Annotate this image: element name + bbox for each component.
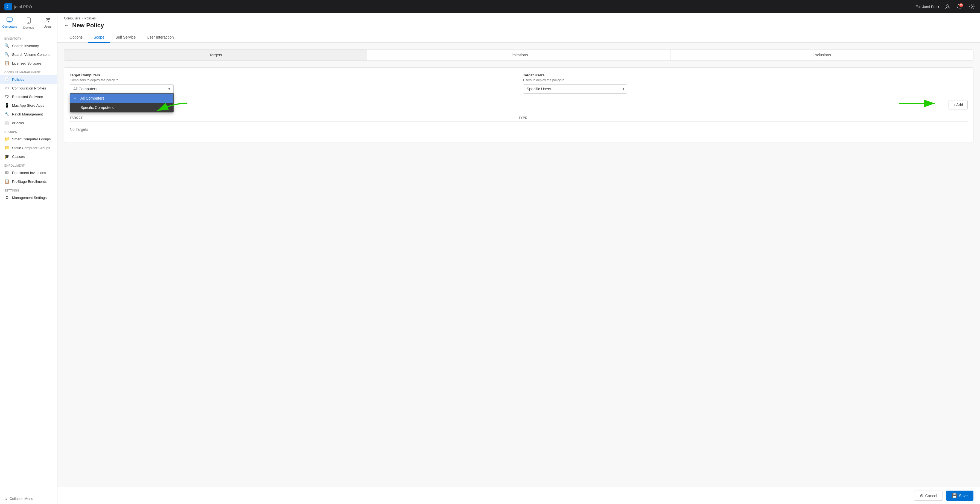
main-layout: Computers Devices: [0, 13, 980, 504]
sidebar-item-restricted-software[interactable]: 🛡 Restricted Software: [0, 93, 57, 101]
sidebar-item-search-volume[interactable]: 🔍 Search Volume Content: [0, 50, 57, 59]
sidebar-nav-devices-label: Devices: [23, 26, 34, 29]
targets-table-header: TARGET TYPE: [70, 114, 968, 122]
sidebar-item-classes[interactable]: 🎓 Classes: [0, 152, 57, 161]
breadcrumb: Computers › Policies: [64, 16, 974, 20]
sidebar: Computers Devices: [0, 13, 57, 504]
target-computers-column: Target Computers Computers to deploy the…: [70, 73, 514, 94]
type-column-header: TYPE: [519, 116, 968, 119]
dropdown-option-all-computers[interactable]: ✓ All Computers: [70, 94, 173, 103]
sidebar-nav-computers-label: Computers: [2, 25, 17, 28]
logo: J jamf PRO: [5, 3, 32, 10]
sidebar-nav-users-label: Users: [44, 25, 52, 28]
sub-tab-exclusions[interactable]: Exclusions: [670, 49, 973, 61]
tab-self-service[interactable]: Self Service: [110, 32, 142, 43]
user-profile-icon[interactable]: [944, 3, 951, 10]
sidebar-item-search-inventory[interactable]: 🔍 Search Inventory: [0, 41, 57, 50]
target-computers-label: Target Computers: [70, 73, 514, 77]
policies-icon: 📄: [5, 77, 9, 82]
enrollment-invitations-icon: ✉: [5, 170, 9, 175]
tab-scope[interactable]: Scope: [88, 32, 110, 43]
save-icon: 💾: [952, 493, 957, 498]
static-groups-icon: 📁: [5, 145, 9, 150]
svg-point-6: [29, 22, 29, 23]
target-computers-dropdown-menu: ✓ All Computers Specific Computers: [70, 93, 173, 112]
sidebar-item-policies[interactable]: 📄 Policies: [0, 75, 57, 84]
svg-text:J: J: [6, 5, 8, 9]
target-users-column: Target Users Users to deploy the policy …: [523, 73, 968, 94]
collapse-menu-label: Collapse Menu: [10, 497, 33, 501]
sidebar-item-static-computer-groups[interactable]: 📁 Static Computer Groups: [0, 144, 57, 152]
section-label-enrollment: ENROLLMENT: [0, 161, 57, 168]
sidebar-footer[interactable]: ⊙ Collapse Menu: [0, 493, 57, 504]
cancel-icon: ⊗: [920, 493, 923, 498]
computers-icon: [6, 18, 13, 24]
sidebar-top-nav: Computers Devices: [0, 13, 57, 34]
sidebar-nav-devices[interactable]: Devices: [19, 15, 38, 32]
breadcrumb-separator: ›: [82, 16, 83, 20]
no-targets-message: No Targets: [70, 122, 968, 137]
targets-table: TARGET TYPE No Targets: [70, 114, 968, 137]
tab-user-interaction[interactable]: User Interaction: [142, 32, 180, 43]
deployment-targets-header: Selected Deployment Targets: [70, 100, 968, 110]
target-users-sublabel: Users to deploy the policy to: [523, 78, 968, 82]
settings-icon[interactable]: [968, 3, 975, 10]
logo-text: jamf PRO: [14, 5, 32, 9]
svg-point-8: [48, 18, 50, 20]
sidebar-item-config-profiles[interactable]: ⚙ Configuration Profiles: [0, 84, 57, 93]
page-title: New Policy: [72, 22, 104, 29]
page-header: Computers › Policies ← New Policy Option…: [57, 13, 980, 43]
checkmark-icon: ✓: [74, 96, 78, 100]
sub-tab-limitations[interactable]: Limitations: [367, 49, 670, 61]
chevron-down-icon: ▾: [169, 87, 170, 91]
notifications-icon[interactable]: 25: [956, 3, 964, 10]
user-name-display[interactable]: Full Jamf Pro ▾: [915, 5, 940, 9]
sub-tab-targets[interactable]: Targets: [64, 49, 367, 61]
save-button[interactable]: 💾 Save: [946, 491, 974, 501]
target-computers-selected-value: All Computers: [73, 87, 97, 91]
tab-options[interactable]: Options: [64, 32, 88, 43]
arrow-right-annotation: [897, 98, 940, 110]
section-label-content-management: CONTENT MANAGEMENT: [0, 68, 57, 75]
sidebar-item-smart-computer-groups[interactable]: 📁 Smart Computer Groups: [0, 135, 57, 144]
search-icon: 🔍: [5, 43, 9, 48]
back-button[interactable]: ←: [64, 23, 69, 29]
classes-icon: 🎓: [5, 154, 9, 159]
sidebar-item-ebooks[interactable]: 📖 eBooks: [0, 118, 57, 127]
sidebar-item-prestage-enrollments[interactable]: 📋 PreStage Enrollments: [0, 177, 57, 186]
section-label-inventory: INVENTORY: [0, 34, 57, 41]
target-users-label: Target Users: [523, 73, 968, 77]
sidebar-item-management-settings[interactable]: ⚙ Management Settings: [0, 193, 57, 202]
svg-point-2: [947, 5, 949, 7]
chevron-down-icon: ▾: [938, 5, 940, 9]
cancel-button[interactable]: ⊗ Cancel: [914, 491, 943, 501]
deployment-targets-section: Selected Deployment Targets: [70, 100, 968, 137]
section-label-settings: SETTINGS: [0, 186, 57, 193]
target-computers-dropdown-trigger[interactable]: All Computers ▾: [70, 84, 173, 93]
notification-count: 25: [959, 3, 963, 7]
restricted-software-icon: 🛡: [5, 94, 9, 99]
target-users-dropdown: Specific Users ▾: [523, 84, 627, 94]
sidebar-item-patch-management[interactable]: 🔧 Patch Management: [0, 110, 57, 118]
jamf-logo-icon: J: [5, 3, 12, 10]
target-users-select[interactable]: Specific Users: [523, 84, 627, 94]
sidebar-item-mac-app-store[interactable]: 📱 Mac App Store Apps: [0, 101, 57, 110]
breadcrumb-computers[interactable]: Computers: [64, 16, 80, 20]
collapse-menu-item[interactable]: ⊙ Collapse Menu: [5, 497, 53, 501]
add-button[interactable]: + Add: [948, 100, 968, 110]
svg-point-3: [971, 6, 973, 7]
sub-tabs: Targets Limitations Exclusions: [64, 49, 974, 61]
svg-rect-4: [7, 18, 12, 21]
sidebar-item-licensed-software[interactable]: 📋 Licensed Software: [0, 59, 57, 68]
content-area: Computers › Policies ← New Policy Option…: [57, 13, 980, 504]
users-icon: [45, 18, 51, 24]
collapse-menu-icon: ⊙: [5, 497, 7, 501]
sidebar-item-enrollment-invitations[interactable]: ✉ Enrollment Invitations: [0, 168, 57, 177]
page-title-row: ← New Policy: [64, 22, 974, 29]
ebooks-icon: 📖: [5, 120, 9, 125]
breadcrumb-policies[interactable]: Policies: [84, 16, 96, 20]
smart-groups-icon: 📁: [5, 137, 9, 142]
sidebar-nav-users[interactable]: Users: [38, 15, 57, 32]
dropdown-option-specific-computers[interactable]: Specific Computers: [70, 103, 173, 112]
sidebar-nav-computers[interactable]: Computers: [0, 15, 19, 32]
